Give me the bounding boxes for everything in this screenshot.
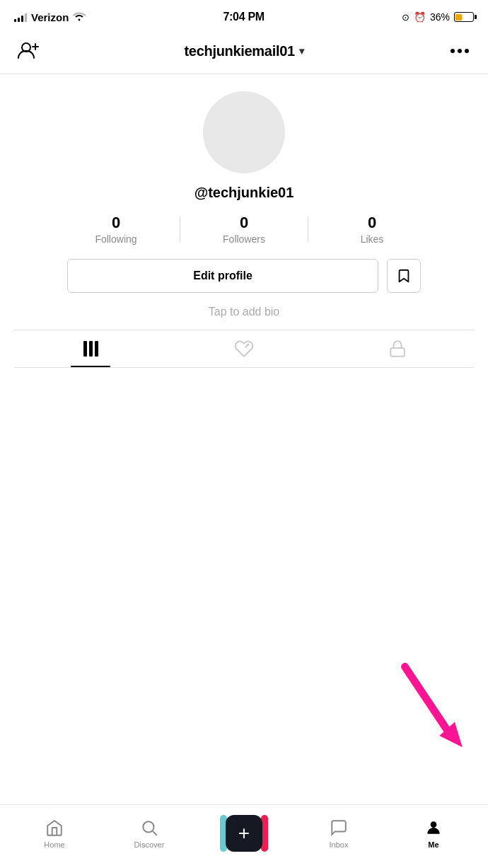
record-icon: ⊙ xyxy=(402,12,409,23)
svg-marker-9 xyxy=(439,722,463,747)
svg-point-3 xyxy=(451,49,455,53)
heart-outline-icon xyxy=(234,339,254,359)
bottom-nav: Home Discover + Inbox xyxy=(0,804,488,868)
inbox-icon xyxy=(329,818,349,838)
action-buttons: Edit profile xyxy=(67,259,421,293)
signal-icon xyxy=(14,12,27,22)
likes-label: Likes xyxy=(361,233,384,245)
nav-home[interactable]: Home xyxy=(7,818,102,849)
status-left: Verizon xyxy=(14,11,86,23)
content-tabs xyxy=(14,330,474,368)
following-count: 0 xyxy=(112,214,120,232)
tab-private[interactable] xyxy=(320,330,474,367)
battery-fill xyxy=(455,14,461,21)
grid-icon xyxy=(83,341,98,357)
content-area xyxy=(0,382,488,804)
me-icon xyxy=(424,818,443,838)
bookmark-icon xyxy=(396,268,412,284)
username-dropdown[interactable]: techjunkiemail01 ▾ xyxy=(184,43,303,59)
edit-profile-button[interactable]: Edit profile xyxy=(67,259,378,293)
stats-row: 0 Following 0 Followers 0 Likes xyxy=(14,214,474,245)
followers-stat[interactable]: 0 Followers xyxy=(180,214,308,245)
user-handle: @techjunkie01 xyxy=(194,185,294,201)
nav-discover[interactable]: Discover xyxy=(102,818,197,849)
followers-label: Followers xyxy=(223,233,265,245)
add-user-button[interactable] xyxy=(14,37,42,65)
add-content-button[interactable]: + xyxy=(226,815,262,852)
bookmark-button[interactable] xyxy=(387,259,421,293)
lock-icon xyxy=(388,340,407,358)
more-options-button[interactable] xyxy=(446,37,474,65)
profile-section: @techjunkie01 0 Following 0 Followers 0 … xyxy=(0,74,488,382)
nav-me[interactable]: Me xyxy=(386,818,481,849)
nav-discover-label: Discover xyxy=(134,840,165,849)
arrow-annotation xyxy=(382,656,474,762)
following-stat[interactable]: 0 Following xyxy=(52,214,180,245)
bio-placeholder[interactable]: Tap to add bio xyxy=(209,306,280,318)
nav-home-label: Home xyxy=(44,840,64,849)
nav-me-label: Me xyxy=(428,840,438,849)
plus-button-inner: + xyxy=(226,815,262,852)
alarm-icon: ⏰ xyxy=(414,11,426,23)
nav-username-text: techjunkiemail01 xyxy=(184,43,294,59)
svg-point-12 xyxy=(431,821,437,828)
top-nav: techjunkiemail01 ▾ xyxy=(0,31,488,74)
battery-percent: 36% xyxy=(430,11,450,23)
wifi-icon xyxy=(73,11,86,23)
svg-point-10 xyxy=(143,821,153,832)
avatar[interactable] xyxy=(203,91,285,173)
svg-point-6 xyxy=(247,344,250,347)
status-bar: Verizon 7:04 PM ⊙ ⏰ 36% xyxy=(0,0,488,31)
plus-icon: + xyxy=(238,823,250,843)
nav-add[interactable]: + xyxy=(197,815,291,852)
svg-point-5 xyxy=(465,49,469,53)
tab-liked[interactable] xyxy=(168,330,321,367)
status-right: ⊙ ⏰ 36% xyxy=(402,11,474,23)
tab-videos[interactable] xyxy=(14,330,168,367)
svg-line-11 xyxy=(153,831,157,835)
following-label: Following xyxy=(95,233,136,245)
page-wrapper: Verizon 7:04 PM ⊙ ⏰ 36% xyxy=(0,0,488,868)
svg-rect-7 xyxy=(390,348,405,357)
search-icon xyxy=(139,818,159,838)
likes-stat[interactable]: 0 Likes xyxy=(308,214,436,245)
svg-point-4 xyxy=(458,49,462,53)
carrier-name: Verizon xyxy=(31,11,69,23)
home-icon xyxy=(45,818,64,838)
status-time: 7:04 PM xyxy=(223,11,264,23)
followers-count: 0 xyxy=(240,214,248,232)
battery-icon xyxy=(454,12,474,22)
nav-inbox-label: Inbox xyxy=(330,840,349,849)
svg-line-8 xyxy=(405,666,451,735)
chevron-down-icon: ▾ xyxy=(299,45,304,57)
likes-count: 0 xyxy=(368,214,376,232)
nav-inbox[interactable]: Inbox xyxy=(291,818,386,849)
